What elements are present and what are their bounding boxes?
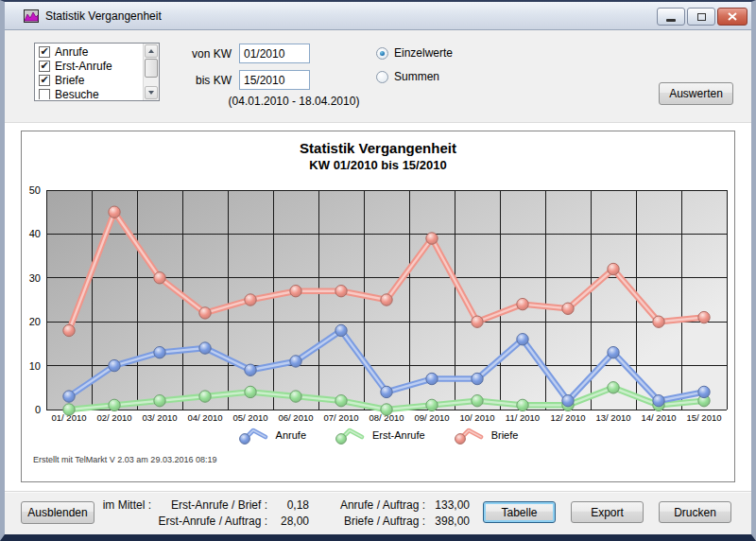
window-title: Statistik Vergangenheit xyxy=(45,9,162,23)
close-button[interactable] xyxy=(717,8,747,26)
y-tick-label: 20 xyxy=(29,316,41,327)
plot-svg: 0102030405001/ 201002/ 201003/ 201004/ 2… xyxy=(22,175,734,428)
data-point xyxy=(63,404,75,415)
data-point xyxy=(245,294,256,305)
data-point xyxy=(335,286,347,297)
maximize-icon xyxy=(697,13,706,21)
von-kw-input[interactable] xyxy=(239,44,310,63)
scroll-up-button[interactable] xyxy=(145,44,158,58)
y-tick-label: 10 xyxy=(29,360,41,372)
data-point xyxy=(472,373,483,384)
mode-option[interactable]: Einzelwerte xyxy=(376,46,453,60)
x-tick-label: 05/ 2010 xyxy=(233,412,268,423)
chart-section: Statistik Vergangenheit KW 01/2010 bis 1… xyxy=(5,123,751,491)
data-point xyxy=(426,399,438,410)
maximize-button[interactable] xyxy=(687,8,715,26)
x-tick-label: 10/ 2010 xyxy=(460,412,495,423)
filter-item-label: Anrufe xyxy=(55,45,88,59)
mode-option[interactable]: Summen xyxy=(376,70,439,83)
minimize-button[interactable] xyxy=(657,8,685,26)
data-point xyxy=(109,399,120,410)
x-tick-label: 09/ 2010 xyxy=(415,412,450,423)
line-chart: 0102030405001/ 201002/ 201003/ 201004/ 2… xyxy=(22,175,734,428)
data-point xyxy=(199,391,211,402)
legend-line-icon xyxy=(335,426,367,445)
filter-item[interactable]: ✔Anrufe xyxy=(36,44,142,59)
data-point xyxy=(290,356,301,367)
checkbox-unchecked-icon[interactable] xyxy=(39,89,50,99)
data-point xyxy=(245,364,256,375)
y-tick-label: 0 xyxy=(35,404,41,415)
y-tick-label: 50 xyxy=(29,184,41,196)
filter-item-label: Erst-Anrufe xyxy=(55,60,112,73)
legend-item: Anrufe xyxy=(238,426,306,445)
data-point xyxy=(63,324,75,336)
x-tick-label: 07/ 2010 xyxy=(324,412,359,423)
legend-item: Erst-Anrufe xyxy=(335,426,425,445)
checkbox-checked-icon[interactable]: ✔ xyxy=(39,61,50,72)
stat-label: Erst-Anrufe / Brief : xyxy=(97,498,267,512)
data-point xyxy=(199,307,211,319)
legend-item: Briefe xyxy=(454,426,519,445)
chart-footer: Erstellt mit TelMarkt V 2.03 am 29.03.20… xyxy=(33,455,216,464)
data-point xyxy=(335,324,347,336)
titlebar: Statistik Vergangenheit xyxy=(5,2,751,30)
window-controls xyxy=(657,8,747,26)
export-button[interactable]: Export xyxy=(571,501,644,523)
data-point xyxy=(63,391,75,402)
data-point xyxy=(426,233,438,244)
mode-option-label: Einzelwerte xyxy=(394,46,453,60)
scrollbar-thumb[interactable] xyxy=(145,59,158,78)
chart-panel: Statistik Vergangenheit KW 01/2010 bis 1… xyxy=(21,131,735,482)
filter-panel: ✔Anrufe✔Erst-Anrufe✔BriefeBesuche von KW… xyxy=(5,30,751,123)
data-point xyxy=(517,298,528,309)
listbox-scrollbar[interactable] xyxy=(143,44,159,100)
filter-item-label: Besuche xyxy=(55,88,99,99)
radio-selected-icon[interactable] xyxy=(376,47,388,60)
radio-icon[interactable] xyxy=(376,71,388,83)
legend-label: Erst-Anrufe xyxy=(372,429,425,441)
mode-option-label: Summen xyxy=(394,70,439,83)
data-point xyxy=(562,303,574,314)
arrow-up-icon xyxy=(148,49,154,53)
data-point xyxy=(109,359,120,371)
filter-item-label: Briefe xyxy=(55,74,84,87)
minimize-icon xyxy=(666,19,676,22)
filter-item[interactable]: ✔Briefe xyxy=(36,73,142,87)
arrow-down-icon xyxy=(148,91,154,95)
von-kw-label: von KW xyxy=(170,47,232,61)
drucken-button[interactable]: Drucken xyxy=(659,501,731,523)
filter-item[interactable]: ✔Erst-Anrufe xyxy=(36,59,142,73)
x-tick-label: 04/ 2010 xyxy=(188,412,223,423)
x-tick-label: 13/ 2010 xyxy=(596,412,631,423)
x-tick-label: 02/ 2010 xyxy=(97,412,132,423)
data-point xyxy=(653,316,664,327)
close-icon xyxy=(728,12,737,21)
data-point xyxy=(290,391,301,402)
chart-legend: AnrufeErst-AnrufeBriefe xyxy=(22,423,734,447)
data-point xyxy=(154,272,165,284)
bis-kw-input[interactable] xyxy=(239,70,310,90)
data-point xyxy=(472,395,483,407)
filter-item[interactable]: Besuche xyxy=(36,88,142,99)
data-point xyxy=(109,206,120,218)
legend-line-icon xyxy=(238,426,270,445)
data-point xyxy=(608,346,619,358)
data-point xyxy=(154,395,165,407)
checkbox-checked-icon[interactable]: ✔ xyxy=(39,46,50,58)
data-point xyxy=(290,286,301,297)
checkbox-checked-icon[interactable]: ✔ xyxy=(39,75,50,86)
tabelle-button[interactable]: Tabelle xyxy=(483,501,556,523)
auswerten-button[interactable]: Auswerten xyxy=(659,82,733,105)
date-range-label: (04.01.2010 - 18.04.2010) xyxy=(209,95,379,108)
x-tick-label: 11/ 2010 xyxy=(506,412,540,423)
scroll-down-button[interactable] xyxy=(145,86,158,99)
y-tick-label: 40 xyxy=(29,228,41,239)
bis-kw-label: bis KW xyxy=(170,74,232,87)
x-tick-label: 15/ 2010 xyxy=(687,412,722,423)
series-listbox[interactable]: ✔Anrufe✔Erst-Anrufe✔BriefeBesuche xyxy=(34,43,160,101)
legend-label: Anrufe xyxy=(276,429,306,441)
data-point xyxy=(472,316,483,327)
data-point xyxy=(426,373,438,384)
data-point xyxy=(698,311,710,323)
